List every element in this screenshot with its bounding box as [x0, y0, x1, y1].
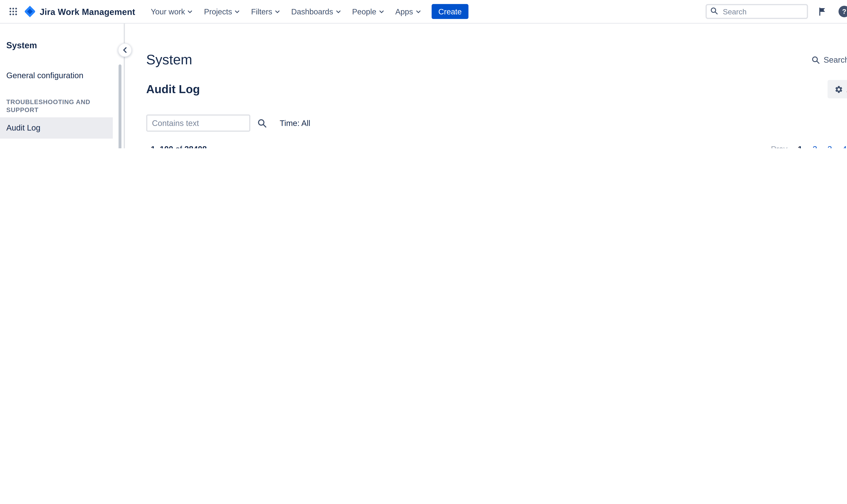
- sidebar-item-audit-log[interactable]: Audit Log: [0, 117, 113, 139]
- global-search: [706, 4, 808, 19]
- chevron-left-icon: [123, 47, 127, 53]
- nav-item-label: Projects: [204, 7, 232, 16]
- jira-logo-icon: [24, 6, 36, 17]
- pagination-page-1[interactable]: 1: [798, 144, 802, 148]
- pagination-page-3[interactable]: 3: [828, 144, 832, 148]
- nav-item-label: People: [352, 7, 376, 16]
- nav-item-filters[interactable]: Filters: [246, 4, 285, 19]
- chevron-down-icon: [235, 10, 240, 13]
- sidebar-scrollbar[interactable]: [119, 64, 121, 148]
- sidebar-item-general-configuration[interactable]: General configuration: [0, 65, 113, 86]
- chevron-down-icon: [336, 10, 340, 13]
- search-jira-admin-link[interactable]: Search Jira admin: [812, 55, 847, 64]
- pagination-page-2[interactable]: 2: [813, 144, 817, 148]
- nav-item-projects[interactable]: Projects: [199, 4, 245, 19]
- search-icon: [812, 56, 820, 64]
- search-icon: [710, 7, 718, 15]
- sidebar-group-heading-troubleshooting-and-support: TROUBLESHOOTING AND SUPPORT: [0, 98, 98, 114]
- help-icon: ?: [839, 6, 847, 17]
- results-range: 1–100: [151, 144, 173, 148]
- pagination: Prev 12345 Next: [771, 144, 847, 148]
- chevron-down-icon: [275, 10, 280, 13]
- nav-right-cluster: ? JR: [706, 4, 847, 19]
- main-content: System Search Jira admin Audit Log Actio…: [126, 23, 847, 148]
- pagination-pages: 12345: [798, 144, 847, 148]
- nav-item-people[interactable]: People: [347, 4, 389, 19]
- search-input[interactable]: [706, 4, 808, 19]
- page-title: System: [146, 51, 192, 68]
- filter-search-button[interactable]: [257, 118, 267, 128]
- results-row: 1–100 of 28408 Prev 12345 Next: [146, 144, 847, 148]
- primary-nav: Your workProjectsFiltersDashboardsPeople…: [145, 4, 425, 19]
- announcements-flag-button[interactable]: [815, 4, 830, 19]
- results-total: 28408: [184, 144, 207, 148]
- actions-button[interactable]: Actions: [828, 80, 847, 98]
- section-header: Audit Log Actions: [146, 80, 847, 98]
- admin-sidebar: System General configurationTROUBLESHOOT…: [0, 23, 125, 148]
- sidebar-nav: General configurationTROUBLESHOOTING AND…: [0, 65, 124, 148]
- create-button[interactable]: Create: [431, 4, 469, 19]
- app-title: Jira Work Management: [40, 6, 135, 16]
- section-title: Audit Log: [146, 82, 200, 96]
- page: Jira Work Management Your workProjectsFi…: [0, 0, 847, 148]
- main-header: System Search Jira admin: [146, 51, 847, 68]
- contains-text-input[interactable]: [146, 114, 250, 132]
- nav-item-apps[interactable]: Apps: [390, 4, 426, 19]
- top-navigation: Jira Work Management Your workProjectsFi…: [0, 0, 847, 23]
- chevron-down-icon: [379, 10, 384, 13]
- search-jira-admin-label: Search Jira admin: [824, 55, 847, 64]
- search-icon: [257, 118, 267, 128]
- home-link[interactable]: Jira Work Management: [24, 6, 135, 17]
- sidebar-collapse-button[interactable]: [118, 43, 132, 57]
- nav-item-label: Apps: [395, 7, 413, 16]
- pagination-page-4[interactable]: 4: [842, 144, 847, 148]
- nav-item-label: Your work: [151, 7, 185, 16]
- nav-item-label: Filters: [251, 7, 272, 16]
- chevron-down-icon: [416, 10, 421, 13]
- flag-icon: [818, 7, 827, 16]
- filter-bar: Time: All Export: [146, 114, 847, 132]
- help-button[interactable]: ?: [837, 4, 847, 19]
- nav-item-your-work[interactable]: Your work: [145, 4, 198, 19]
- nav-item-label: Dashboards: [291, 7, 333, 16]
- time-filter-dropdown[interactable]: Time: All: [280, 119, 310, 128]
- results-count: 1–100 of 28408: [146, 144, 207, 148]
- gear-icon: [834, 85, 843, 93]
- nav-item-dashboards[interactable]: Dashboards: [286, 4, 346, 19]
- results-of: of: [176, 144, 182, 148]
- sidebar-title: System: [0, 40, 124, 51]
- grid-icon: [9, 7, 17, 16]
- app-switcher-button[interactable]: [6, 4, 21, 19]
- pagination-prev[interactable]: Prev: [771, 144, 787, 148]
- chevron-down-icon: [188, 10, 192, 13]
